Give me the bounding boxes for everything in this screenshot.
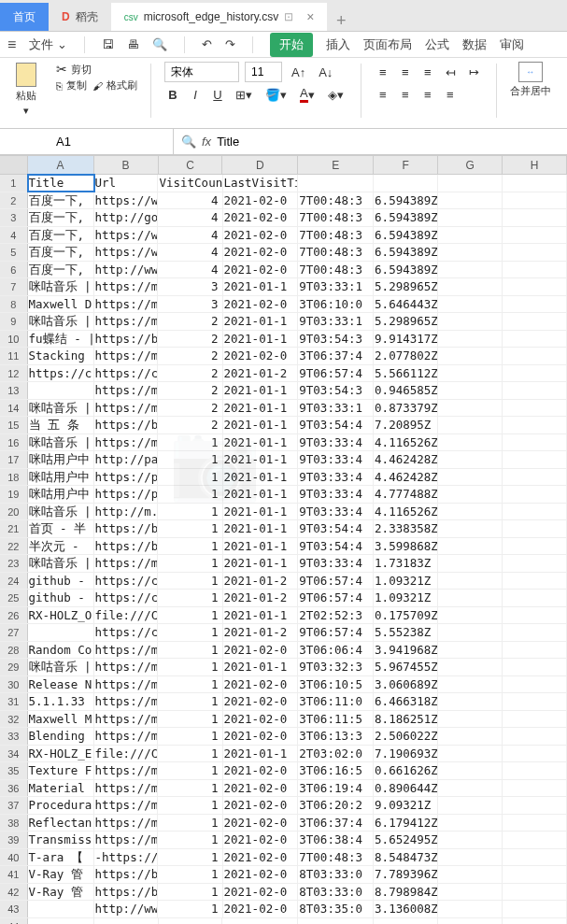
border-button[interactable]: ⊞▾ (232, 84, 256, 105)
cell[interactable]: 9T06:57:4 (298, 624, 374, 641)
format-painter-button[interactable]: 🖌格式刷 (92, 78, 137, 92)
cell[interactable]: 4 (158, 209, 222, 226)
cell[interactable]: Reflectan (28, 815, 94, 832)
cell[interactable] (438, 884, 503, 901)
cell[interactable]: 9T03:54:4 (298, 538, 374, 555)
row-header[interactable]: 38 (0, 815, 28, 832)
cell[interactable]: 百度一下, (28, 244, 94, 261)
cell[interactable]: https://m (94, 780, 159, 797)
cell[interactable]: 2021-01-2 (223, 573, 299, 590)
cell[interactable]: https://w (94, 244, 159, 261)
col-header[interactable]: H (503, 156, 567, 174)
cell[interactable] (438, 417, 503, 434)
row-header[interactable]: 19 (0, 486, 28, 503)
cell[interactable]: Url (94, 175, 159, 192)
cell[interactable] (503, 642, 567, 659)
cell[interactable] (503, 711, 567, 728)
cell[interactable]: https://c (94, 573, 159, 590)
cell[interactable] (503, 918, 567, 925)
col-header[interactable]: B (94, 156, 159, 174)
cell[interactable]: https://m (94, 711, 159, 728)
cell[interactable] (438, 849, 503, 866)
cell[interactable] (438, 520, 503, 537)
tab-file[interactable]: csv microsoft_edge_history.csv ⊡ × (111, 3, 328, 31)
cell[interactable]: 5.55238Z (374, 624, 438, 641)
row-header[interactable]: 42 (0, 884, 28, 901)
cell[interactable] (503, 762, 567, 779)
cell[interactable]: 1 (158, 451, 222, 468)
cell[interactable]: 3T06:13:3 (298, 728, 374, 745)
cell[interactable]: 5.652495Z (374, 832, 438, 848)
justify-button[interactable]: ≡ (442, 84, 459, 105)
cell[interactable]: 9.914317Z (374, 331, 438, 348)
cell[interactable] (503, 573, 567, 590)
cut-button[interactable]: ✂剪切 (56, 62, 137, 77)
cell[interactable] (438, 331, 503, 348)
cell[interactable]: Release N (28, 676, 94, 693)
cell[interactable] (438, 538, 503, 555)
cell[interactable]: 2.077802Z (374, 348, 438, 364)
cell[interactable]: https://c (28, 365, 94, 382)
cell[interactable]: 1 (158, 884, 222, 901)
row-header[interactable]: 1 (0, 175, 28, 192)
row-header[interactable]: 11 (0, 348, 28, 364)
paste-button[interactable]: 粘贴 ▾ (6, 62, 47, 118)
row-header[interactable]: 43 (0, 901, 28, 917)
col-header[interactable]: G (438, 156, 503, 174)
cell[interactable]: https://p (94, 486, 159, 503)
cell[interactable]: 2021-02-0 (223, 762, 299, 779)
row-header[interactable]: 34 (0, 746, 28, 762)
cell[interactable] (298, 175, 374, 192)
cell[interactable]: 8T03:33:0 (298, 884, 374, 901)
cell[interactable]: 2021-01-1 (223, 417, 299, 434)
cell[interactable]: 1 (158, 901, 222, 917)
cell[interactable]: 3T06:10:5 (298, 676, 374, 693)
cell[interactable] (438, 227, 503, 244)
cell[interactable] (503, 175, 567, 192)
cell[interactable]: 6.594389Z (374, 192, 438, 209)
cell[interactable] (503, 504, 567, 520)
cell[interactable]: 3T06:11:5 (298, 711, 374, 728)
file-menu[interactable]: 文件 ⌄ (29, 36, 67, 53)
cell[interactable] (503, 348, 567, 364)
cell[interactable]: 1 (158, 832, 222, 848)
cell[interactable]: 8T03:33:0 (298, 866, 374, 883)
cell[interactable]: 4 (158, 192, 222, 209)
cell[interactable] (438, 382, 503, 399)
cell[interactable] (438, 365, 503, 382)
cell[interactable]: 3.941968Z (374, 642, 438, 659)
tab-shell[interactable]: D稻壳 (49, 3, 111, 31)
cell[interactable]: https://m (94, 815, 159, 832)
cell[interactable]: Title (28, 175, 94, 192)
menu-layout[interactable]: 页面布局 (363, 36, 412, 53)
cell[interactable]: 9T03:33:1 (298, 313, 374, 330)
cell[interactable]: 2021-01-1 (223, 382, 299, 399)
preview-icon[interactable]: 🔍 (152, 37, 167, 51)
cell[interactable] (94, 918, 159, 925)
cell[interactable] (503, 607, 567, 624)
indent-right-button[interactable]: ↦ (465, 62, 483, 82)
cell[interactable]: 2021-01-1 (223, 504, 299, 520)
row-header[interactable]: 2 (0, 192, 28, 209)
cell[interactable] (438, 451, 503, 468)
cell[interactable]: 咪咕音乐 | (28, 400, 94, 417)
menu-formula[interactable]: 公式 (425, 36, 449, 53)
cell[interactable]: 3T06:11:0 (298, 693, 374, 710)
cell[interactable]: 1 (158, 607, 222, 624)
merge-center-button[interactable]: ↔ 合并居中 (510, 62, 551, 124)
cell[interactable]: https://m (94, 278, 159, 295)
cell[interactable]: https://b (94, 417, 159, 434)
cell[interactable]: 1 (158, 642, 222, 659)
cell[interactable] (503, 538, 567, 555)
cell[interactable]: 百度一下, (28, 262, 94, 278)
cell[interactable]: 2021-02-0 (223, 348, 299, 364)
cell[interactable]: 7T00:48:3 (298, 227, 374, 244)
cell[interactable]: 4.116526Z (374, 504, 438, 520)
cell[interactable] (438, 746, 503, 762)
cell[interactable]: 2021-02-0 (223, 693, 299, 710)
cell[interactable]: https://b (94, 884, 159, 901)
cell[interactable] (503, 451, 567, 468)
cell[interactable]: 1 (158, 659, 222, 675)
cell[interactable]: 2 (158, 382, 222, 399)
cell[interactable]: 2021-01-2 (223, 365, 299, 382)
